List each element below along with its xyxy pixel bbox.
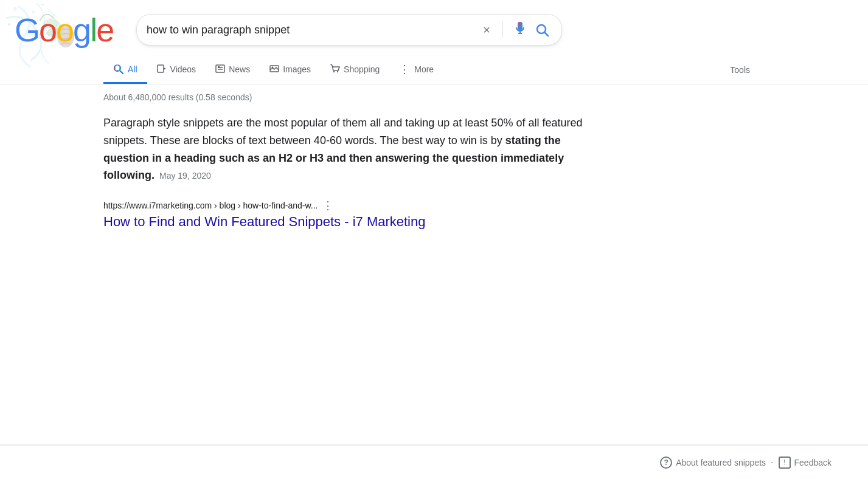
tab-shopping-label: Shopping <box>344 64 380 74</box>
clear-button[interactable]: × <box>481 21 493 40</box>
logo-area: Google <box>15 11 124 49</box>
videos-icon <box>157 64 167 75</box>
svg-point-12 <box>114 67 116 69</box>
about-snippets-label: About featured snippets <box>676 458 766 467</box>
tab-videos[interactable]: Videos <box>147 57 206 84</box>
tab-news-label: News <box>229 64 250 74</box>
tab-images-label: Images <box>283 64 311 74</box>
header: Google × <box>0 0 868 55</box>
logo-letter-o1: o <box>39 11 56 49</box>
svg-point-14 <box>119 67 121 69</box>
search-bar-wrapper: × <box>136 14 562 46</box>
search-bar: × <box>136 14 562 46</box>
tab-images[interactable]: Images <box>260 57 321 84</box>
svg-rect-18 <box>216 65 224 72</box>
logo-letter-l: l <box>90 11 96 49</box>
tab-all[interactable]: All <box>103 57 147 84</box>
svg-point-13 <box>117 64 119 66</box>
google-logo[interactable]: Google <box>15 11 124 49</box>
nav-tabs: All Videos News <box>0 55 868 85</box>
result-url-row: https://www.i7marketing.com › blog › how… <box>103 199 602 212</box>
snippet-text: Paragraph style snippets are the most po… <box>103 114 602 184</box>
logo-letter-g: G <box>15 11 39 49</box>
result-url: https://www.i7marketing.com › blog › how… <box>103 201 318 210</box>
tab-all-label: All <box>128 64 137 74</box>
news-icon <box>215 64 225 75</box>
tab-videos-label: Videos <box>170 64 196 74</box>
search-divider <box>502 21 503 38</box>
images-icon <box>269 64 279 75</box>
results-count: About 6,480,000 results (0.58 seconds) <box>103 92 765 102</box>
snippet-footer: ? About featured snippets · ! Feedback <box>0 445 868 479</box>
search-input[interactable] <box>147 24 476 36</box>
svg-point-25 <box>337 71 338 72</box>
svg-line-11 <box>120 71 123 74</box>
featured-snippet: Paragraph style snippets are the most po… <box>103 114 602 184</box>
logo-letter-e: e <box>96 11 113 49</box>
logo-letter-g2: g <box>73 11 90 49</box>
result-item: https://www.i7marketing.com › blog › how… <box>103 199 602 231</box>
shopping-icon <box>330 64 340 75</box>
feedback-icon: ! <box>779 457 791 469</box>
feedback-button[interactable]: ! Feedback <box>779 457 832 469</box>
result-options-button[interactable]: ⋮ <box>322 199 333 212</box>
logo-letter-o2: o <box>56 11 73 49</box>
about-snippets-button[interactable]: ? About featured snippets <box>660 457 766 469</box>
svg-point-24 <box>333 71 335 72</box>
result-title-link[interactable]: How to Find and Win Featured Snippets - … <box>103 214 425 229</box>
tab-shopping[interactable]: Shopping <box>321 57 389 84</box>
all-icon <box>113 64 124 75</box>
tab-news[interactable]: News <box>206 57 260 84</box>
dot-separator: · <box>771 457 773 468</box>
more-icon: ⋮ <box>399 63 411 76</box>
svg-rect-21 <box>218 66 220 68</box>
svg-point-23 <box>272 66 274 68</box>
svg-line-9 <box>545 33 549 36</box>
microphone-icon[interactable] <box>513 21 527 38</box>
question-icon: ? <box>660 457 672 469</box>
results-area: About 6,480,000 results (0.58 seconds) P… <box>0 85 868 231</box>
tab-more[interactable]: ⋮ More <box>389 55 443 85</box>
tools-button[interactable]: Tools <box>715 58 765 82</box>
svg-marker-17 <box>164 67 166 70</box>
feedback-label: Feedback <box>794 458 832 467</box>
svg-rect-16 <box>158 65 164 72</box>
snippet-date: May 19, 2020 <box>159 171 211 181</box>
search-button[interactable] <box>532 20 552 40</box>
svg-point-15 <box>117 70 119 72</box>
tab-more-label: More <box>414 64 434 74</box>
